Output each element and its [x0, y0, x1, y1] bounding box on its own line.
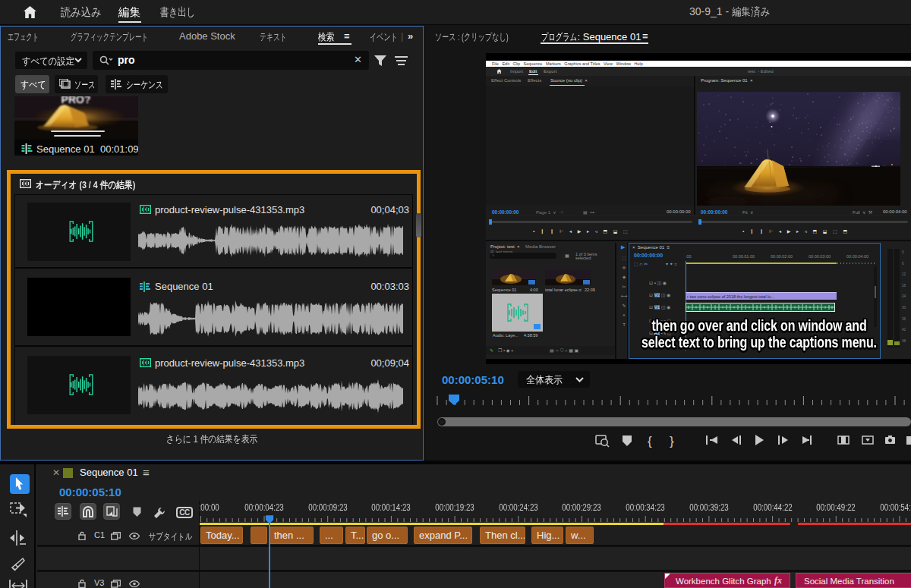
svg-text:}: }: [670, 434, 674, 448]
svg-text:PRO?: PRO?: [61, 96, 91, 105]
svg-text:{: {: [648, 434, 652, 448]
